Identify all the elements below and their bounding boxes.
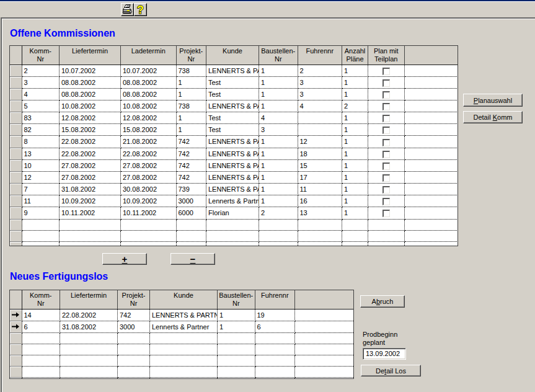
svg-text:?: ? — [137, 4, 144, 16]
